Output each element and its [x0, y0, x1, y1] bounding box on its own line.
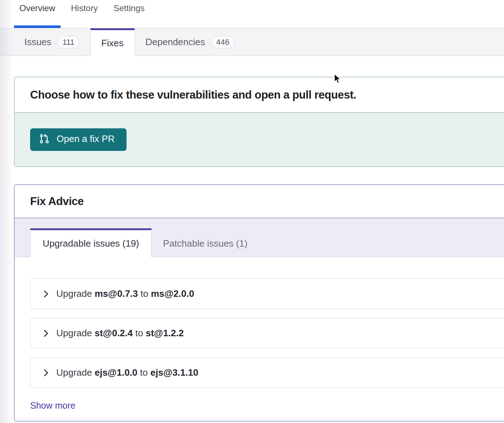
upgrade-row-label: Upgrade ejs@1.0.0 to ejs@3.1.10: [56, 367, 198, 378]
tab-fixes[interactable]: Fixes: [90, 28, 135, 56]
fix-banner-header: Choose how to fix these vulnerabilities …: [15, 77, 504, 112]
fix-advice-card: Fix Advice Upgradable issues (19) Patcha…: [14, 184, 504, 422]
nav-tab-overview[interactable]: Overview: [14, 0, 61, 28]
upgrade-row[interactable]: Upgrade ejs@1.0.0 to ejs@3.1.10: [30, 357, 504, 388]
issues-count-badge: 111: [57, 36, 79, 48]
tab-dependencies[interactable]: Dependencies 446: [135, 28, 245, 56]
upgradable-issues-panel: Upgrade ms@0.7.3 to ms@2.0.0 Upgrade st@…: [15, 257, 504, 411]
dependencies-count-badge: 446: [211, 36, 234, 48]
chevron-right-icon: [44, 290, 48, 298]
chevron-right-icon: [44, 369, 48, 376]
nav-tab-settings[interactable]: Settings: [108, 0, 150, 28]
upgrade-row-label: Upgrade ms@0.7.3 to ms@2.0.0: [56, 288, 194, 299]
tab-issues-label: Issues: [24, 37, 51, 48]
project-nav: Overview History Settings: [0, 0, 504, 28]
upgrade-row-label: Upgrade st@0.2.4 to st@1.2.2: [56, 328, 184, 339]
chevron-right-icon: [44, 330, 48, 337]
fix-advice-header: Fix Advice: [15, 185, 504, 218]
tab-dependencies-label: Dependencies: [146, 37, 205, 48]
nav-tab-history[interactable]: History: [66, 0, 103, 28]
open-fix-pr-button[interactable]: Open a fix PR: [30, 128, 127, 151]
tab-issues[interactable]: Issues 111: [14, 28, 90, 56]
show-more-link[interactable]: Show more: [30, 400, 75, 411]
tab-fixes-label: Fixes: [101, 38, 124, 49]
upgrade-row[interactable]: Upgrade st@0.2.4 to st@1.2.2: [30, 318, 504, 348]
upgrade-row[interactable]: Upgrade ms@0.7.3 to ms@2.0.0: [30, 279, 504, 309]
tab-upgradable-issues[interactable]: Upgradable issues (19): [30, 228, 152, 257]
fix-advice-tab-bar: Upgradable issues (19) Patchable issues …: [15, 218, 504, 257]
pull-request-icon: [40, 134, 49, 143]
fix-banner-card: Choose how to fix these vulnerabilities …: [14, 77, 504, 167]
fixes-panel: Choose how to fix these vulnerabilities …: [0, 56, 504, 422]
report-tab-bar: Issues 111 Fixes Dependencies 446: [0, 28, 504, 56]
fix-banner-body: Open a fix PR: [15, 112, 504, 166]
fix-banner-title: Choose how to fix these vulnerabilities …: [30, 87, 504, 103]
tab-patchable-issues[interactable]: Patchable issues (1): [152, 230, 259, 257]
fix-advice-title: Fix Advice: [30, 194, 504, 209]
open-fix-pr-label: Open a fix PR: [57, 133, 115, 144]
